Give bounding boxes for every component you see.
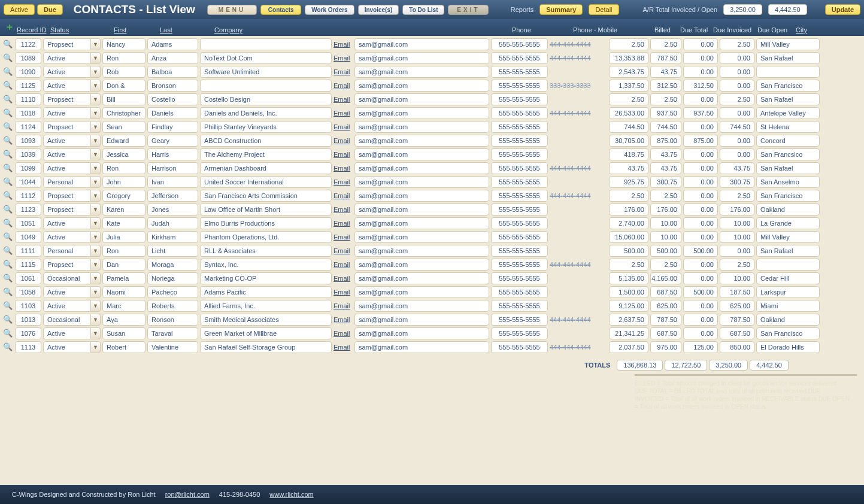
update-button[interactable]: Update (825, 4, 860, 15)
chevron-down-icon[interactable]: ▼ (91, 135, 101, 147)
magnify-icon[interactable]: 🔍 (2, 136, 13, 145)
status-select[interactable]: Active (43, 286, 91, 298)
footer-url-link[interactable]: www.rlicht.com (269, 491, 313, 498)
last-name[interactable]: Noriega (147, 272, 198, 284)
status-select[interactable]: Active (43, 148, 91, 160)
chevron-down-icon[interactable]: ▼ (91, 190, 101, 202)
email-link[interactable]: Email (334, 261, 353, 268)
status-select[interactable]: Active (43, 66, 91, 78)
magnify-icon[interactable]: 🔍 (2, 53, 13, 62)
email-link[interactable]: Email (334, 220, 353, 227)
record-id[interactable]: 1058 (15, 286, 41, 298)
last-name[interactable]: Costello (147, 93, 198, 105)
company[interactable]: Allied Farms, Inc. (200, 300, 332, 312)
email-link[interactable]: Email (334, 289, 353, 296)
first-name[interactable]: Ron (102, 52, 145, 64)
first-name[interactable]: Christopher (102, 107, 145, 119)
record-id[interactable]: 1049 (15, 231, 41, 243)
last-name[interactable]: Adams (147, 38, 198, 50)
status-select[interactable]: Active (43, 327, 91, 339)
header-first[interactable]: First (114, 26, 126, 34)
email-link[interactable]: Email (334, 330, 353, 337)
company[interactable]: Phantom Operations, Ltd. (200, 231, 332, 243)
email-link[interactable]: Email (334, 54, 353, 62)
due-filter-button[interactable]: Due (37, 4, 63, 15)
magnify-icon[interactable]: 🔍 (2, 315, 13, 324)
email-value[interactable]: sam@gmail.com (354, 176, 489, 188)
chevron-down-icon[interactable]: ▼ (91, 314, 101, 326)
company[interactable]: San Rafael Self-Storage Group (200, 341, 332, 353)
email-value[interactable]: sam@gmail.com (354, 314, 489, 326)
company[interactable]: Smith Medical Associates (200, 314, 332, 326)
email-value[interactable]: sam@gmail.com (354, 93, 489, 105)
email-value[interactable]: sam@gmail.com (354, 327, 489, 339)
company[interactable]: The Alchemy Project (200, 148, 332, 160)
phone[interactable]: 555-555-5555 (491, 204, 548, 215)
city[interactable]: Miami (756, 300, 820, 312)
record-id[interactable]: 1039 (15, 148, 41, 160)
record-id[interactable]: 1090 (15, 66, 41, 78)
chevron-down-icon[interactable]: ▼ (91, 327, 101, 339)
city[interactable]: San Francisco (756, 190, 820, 202)
email-link[interactable]: Email (334, 275, 353, 282)
company[interactable] (200, 38, 332, 50)
company[interactable]: San Francisco Arts Commission (200, 190, 332, 202)
email-value[interactable]: sam@gmail.com (354, 121, 489, 133)
phone[interactable]: 555-555-5555 (491, 190, 548, 202)
status-select[interactable]: Active (43, 135, 91, 147)
phone[interactable]: 555-555-5555 (491, 217, 548, 229)
magnify-icon[interactable]: 🔍 (2, 274, 13, 283)
record-id[interactable]: 1018 (15, 107, 41, 119)
email-value[interactable]: sam@gmail.com (354, 272, 489, 284)
magnify-icon[interactable]: 🔍 (2, 205, 13, 214)
magnify-icon[interactable]: 🔍 (2, 108, 13, 117)
phone[interactable]: 555-555-5555 (491, 314, 548, 326)
company[interactable]: Syntax, Inc. (200, 259, 332, 271)
last-name[interactable]: Harrison (147, 162, 198, 174)
last-name[interactable]: Geary (147, 135, 198, 147)
chevron-down-icon[interactable]: ▼ (91, 38, 101, 50)
city[interactable]: Cedar Hill (756, 272, 820, 284)
status-select[interactable]: Active (43, 80, 91, 92)
company[interactable]: Elmo Burris Productions (200, 217, 332, 229)
record-id[interactable]: 1013 (15, 314, 41, 326)
last-name[interactable]: Valentine (147, 341, 198, 353)
status-select[interactable]: Active (43, 217, 91, 229)
email-value[interactable]: sam@gmail.com (354, 231, 489, 243)
magnify-icon[interactable]: 🔍 (2, 218, 13, 227)
last-name[interactable]: Daniels (147, 107, 198, 119)
chevron-down-icon[interactable]: ▼ (91, 231, 101, 243)
email-value[interactable]: sam@gmail.com (354, 259, 489, 271)
phone[interactable]: 555-555-5555 (491, 341, 548, 353)
first-name[interactable]: Edward (102, 135, 145, 147)
city[interactable]: St Helena (756, 121, 820, 133)
record-id[interactable]: 1112 (15, 190, 41, 202)
city[interactable]: El Dorado Hills (756, 341, 820, 353)
record-id[interactable]: 1089 (15, 52, 41, 64)
email-value[interactable]: sam@gmail.com (354, 66, 489, 78)
last-name[interactable]: Pacheco (147, 286, 198, 298)
phone[interactable]: 555-555-5555 (491, 259, 548, 271)
magnify-icon[interactable]: 🔍 (2, 177, 13, 186)
status-select[interactable]: Propsect (43, 259, 91, 271)
phone[interactable]: 555-555-5555 (491, 286, 548, 298)
header-city[interactable]: City (796, 26, 807, 34)
city[interactable]: Larkspur (756, 286, 820, 298)
first-name[interactable]: Rob (102, 66, 145, 78)
phone[interactable]: 555-555-5555 (491, 80, 548, 92)
phone[interactable]: 555-555-5555 (491, 121, 548, 133)
first-name[interactable]: Don & (102, 80, 145, 92)
email-link[interactable]: Email (334, 110, 353, 117)
email-link[interactable]: Email (334, 151, 353, 158)
last-name[interactable]: Harris (147, 148, 198, 160)
add-record-icon[interactable]: ＋ (5, 21, 14, 34)
phone[interactable]: 555-555-5555 (491, 148, 548, 160)
email-value[interactable]: sam@gmail.com (354, 135, 489, 147)
magnify-icon[interactable]: 🔍 (2, 301, 13, 310)
chevron-down-icon[interactable]: ▼ (91, 148, 101, 160)
last-name[interactable]: Ivan (147, 176, 198, 188)
email-link[interactable]: Email (334, 344, 353, 351)
status-select[interactable]: Active (43, 300, 91, 312)
city[interactable]: Mill Valley (756, 38, 820, 50)
first-name[interactable]: Gregory (102, 190, 145, 202)
